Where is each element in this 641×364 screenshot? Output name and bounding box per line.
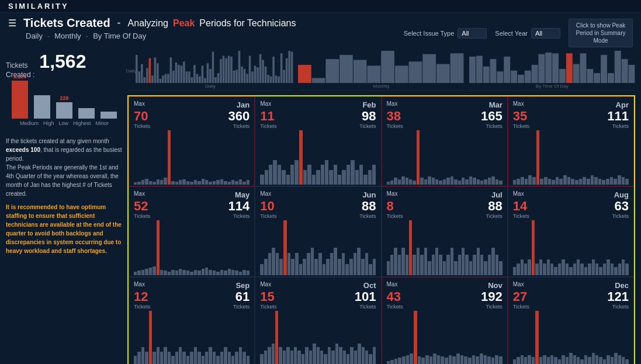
subnav-daily[interactable]: Daily — [26, 32, 43, 40]
month-bar — [372, 165, 376, 185]
month-bar — [603, 264, 606, 275]
month-bar — [194, 180, 197, 185]
month-bar — [168, 130, 171, 185]
month-name: Oct — [363, 281, 376, 290]
month-bar — [272, 248, 275, 275]
month-bar — [373, 347, 376, 364]
month-bar — [488, 255, 491, 275]
month-bar — [451, 176, 453, 185]
month-total-value: 63 — [615, 200, 629, 213]
month-bar — [242, 270, 245, 275]
month-bar — [573, 264, 576, 275]
month-bar — [458, 255, 461, 275]
main-content: TicketsCreated : 1,562 1,124228 MediumHi… — [0, 47, 641, 364]
month-bar — [205, 268, 208, 275]
month-bar — [343, 351, 346, 364]
month-bar — [513, 267, 516, 275]
svg-rect-61 — [312, 78, 325, 83]
month-bar — [550, 355, 553, 364]
svg-rect-82 — [538, 54, 545, 83]
month-bar — [242, 182, 245, 185]
month-bar — [394, 178, 397, 185]
subnav-monthly[interactable]: Monthly — [54, 32, 81, 40]
month-bar — [387, 182, 390, 185]
month-bar — [260, 175, 264, 185]
bar-block — [78, 108, 95, 119]
month-bar — [299, 264, 303, 275]
bytime-mini-chart: By Time Of Day — [469, 51, 635, 91]
month-bar — [398, 358, 401, 364]
month-bar — [334, 165, 337, 185]
month-bar — [569, 267, 572, 275]
svg-rect-15 — [175, 63, 178, 83]
month-bar — [606, 179, 609, 185]
month-bar — [445, 358, 448, 364]
svg-rect-21 — [191, 77, 193, 83]
month-max-value: 8 — [387, 200, 394, 213]
month-bar — [338, 175, 341, 185]
menu-icon[interactable]: ☰ — [8, 18, 16, 29]
month-bar — [517, 264, 519, 275]
svg-rect-41 — [244, 69, 246, 83]
issue-type-label: Select Issue Type — [404, 30, 455, 37]
year-label: Select Year — [495, 30, 528, 37]
analyzing-prefix: Analyzing — [128, 18, 168, 29]
svg-rect-79 — [518, 75, 524, 83]
svg-rect-68 — [409, 61, 422, 83]
month-card-header: MaxJul — [387, 190, 503, 199]
svg-rect-45 — [254, 65, 257, 83]
month-bar — [418, 356, 421, 364]
svg-rect-50 — [267, 75, 269, 83]
month-bar — [562, 355, 564, 364]
month-bar — [569, 353, 572, 364]
month-bar — [607, 259, 609, 275]
month-bar — [548, 179, 552, 185]
month-bar — [287, 253, 291, 275]
month-bar — [345, 264, 349, 275]
month-bar — [198, 352, 200, 364]
month-total-tickets-label: Tickets — [359, 213, 376, 219]
month-bar — [209, 270, 212, 275]
month-bar — [580, 264, 583, 275]
svg-rect-37 — [233, 71, 235, 83]
month-bar — [213, 181, 216, 185]
month-bar — [355, 170, 359, 185]
month-bar — [625, 179, 629, 185]
month-card-jan: MaxJan70360TicketsTickets — [129, 96, 255, 186]
month-bars — [260, 220, 376, 275]
month-name: Nov — [488, 281, 503, 290]
month-bar — [220, 270, 223, 275]
month-bar — [145, 352, 148, 364]
issue-type-select[interactable]: All — [458, 28, 487, 39]
month-total-value: 88 — [362, 200, 376, 213]
bar-item-low: 228 — [56, 95, 72, 119]
year-select[interactable]: All — [531, 28, 560, 39]
month-bar — [324, 354, 327, 364]
month-max-tickets-label: Tickets — [513, 123, 529, 129]
bar-top-label: 228 — [60, 95, 68, 101]
month-bars — [260, 130, 376, 185]
month-tickets-row: TicketsTickets — [513, 123, 629, 129]
month-tickets-row: TicketsTickets — [513, 304, 629, 310]
month-bar — [491, 248, 494, 275]
month-max-label: Max — [387, 190, 398, 197]
svg-rect-85 — [559, 69, 566, 83]
month-bar — [524, 357, 527, 364]
peak-summary-button[interactable]: Click to show Peak Period in Summary Mod… — [569, 19, 633, 47]
month-bar — [157, 347, 160, 364]
month-bar — [409, 220, 412, 275]
subnav: Daily - Monthly - By Time Of Day — [26, 32, 296, 40]
month-bar — [618, 355, 621, 364]
month-bar — [160, 270, 163, 275]
title-row: ☰ Tickets Created - Analyzing Peak Perio… — [8, 16, 296, 30]
month-bar — [484, 179, 487, 185]
month-bar — [160, 180, 163, 185]
subnav-bytime[interactable]: By Time Of Day — [93, 32, 146, 40]
month-tickets-row: TicketsTickets — [260, 123, 376, 129]
month-bar — [525, 179, 528, 185]
month-bar — [611, 357, 614, 364]
month-bar — [239, 272, 242, 275]
month-bar — [406, 255, 408, 275]
month-bar — [369, 264, 372, 275]
month-card-header: MaxApr — [513, 100, 629, 109]
